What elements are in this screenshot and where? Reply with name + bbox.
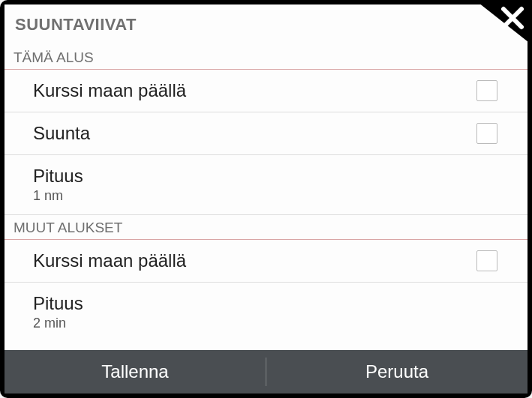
row-text: Suunta [33,123,90,144]
row-text: Pituus 2 min [33,293,83,331]
row-other-cog[interactable]: Kurssi maan päällä [5,240,527,283]
dialog-suuntaviivat: SUUNTAVIIVAT TÄMÄ ALUS Kurssi maan pääll… [0,0,532,398]
row-label: Kurssi maan päällä [33,80,186,101]
checkbox-this-heading[interactable] [476,123,497,144]
row-value: 2 min [33,316,83,331]
section-header-this-vessel: TÄMÄ ALUS [5,45,527,70]
row-label: Suunta [33,123,90,144]
row-this-heading[interactable]: Suunta [5,112,527,155]
row-other-length[interactable]: Pituus 2 min [5,283,527,342]
row-this-length[interactable]: Pituus 1 nm [5,155,527,215]
cancel-button[interactable]: Peruuta [266,350,527,394]
dialog-footer: Tallenna Peruuta [5,350,527,394]
row-text: Kurssi maan päällä [33,250,186,271]
row-text: Kurssi maan päällä [33,80,186,101]
dialog-title: SUUNTAVIIVAT [15,15,137,34]
close-button[interactable] [460,4,527,45]
dialog-header: SUUNTAVIIVAT [5,4,527,45]
save-button[interactable]: Tallenna [5,350,266,394]
row-value: 1 nm [33,188,83,204]
row-label: Kurssi maan päällä [33,250,186,271]
row-text: Pituus 1 nm [33,166,83,204]
dialog-content: TÄMÄ ALUS Kurssi maan päällä Suunta Pitu… [5,45,527,350]
section-header-other-vessels: MUUT ALUKSET [5,215,527,240]
checkbox-this-cog[interactable] [476,80,497,101]
checkbox-other-cog[interactable] [476,250,497,271]
row-this-cog[interactable]: Kurssi maan päällä [5,70,527,112]
row-label: Pituus [33,166,83,187]
row-label: Pituus [33,293,83,314]
